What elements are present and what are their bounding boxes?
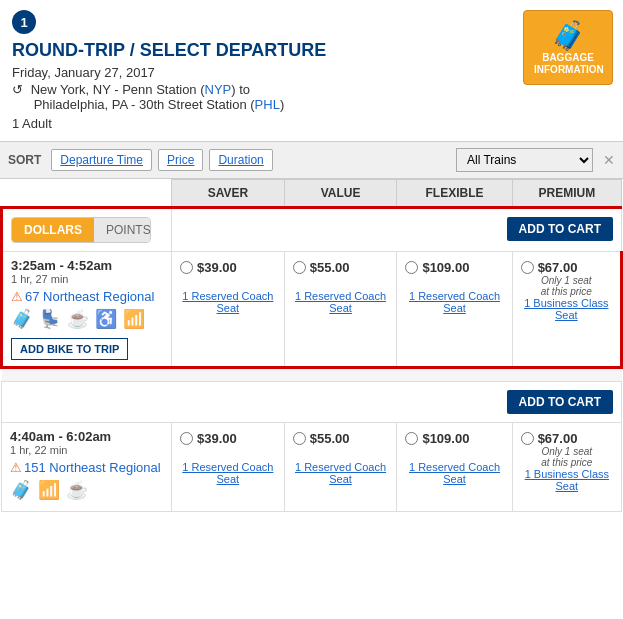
sort-departure-time[interactable]: Departure Time (51, 149, 152, 171)
row-spacer (2, 368, 622, 382)
value-seat-link-2[interactable]: 1 Reserved Coach Seat (293, 461, 389, 485)
saver-price-radio-2[interactable]: $39.00 (180, 431, 276, 446)
train-time-2: 4:40am - 6:02am (10, 429, 163, 444)
train-row-controls-1: DOLLARS POINTS ADD TO CART (2, 208, 622, 252)
flexible-price-radio-2[interactable]: $109.00 (405, 431, 503, 446)
route-to-code-link[interactable]: PHL (255, 97, 280, 112)
flexible-radio-1[interactable] (405, 261, 418, 274)
add-to-cart-button-1[interactable]: ADD TO CART (507, 217, 613, 241)
premium-seat-link-1[interactable]: 1 Business Class Seat (521, 297, 612, 321)
flexible-radio-2[interactable] (405, 432, 418, 445)
train-name-link-2[interactable]: 151 Northeast Regional (24, 460, 161, 475)
value-seat-link-1[interactable]: 1 Reserved Coach Seat (293, 290, 389, 314)
luggage-icon: 🧳 (11, 308, 33, 330)
add-bike-button-1[interactable]: ADD BIKE TO TRIP (11, 338, 128, 360)
trains-table: SAVER VALUE FLEXIBLE PREMIUM DOLLARS POI… (0, 179, 623, 512)
premium-price-1: $67.00 (538, 260, 578, 275)
premium-radio-1[interactable] (521, 261, 534, 274)
seat-icon: 💺 (39, 308, 61, 330)
premium-price-radio-1[interactable]: $67.00 (521, 260, 612, 275)
route-from-code-link[interactable]: NYP (205, 82, 232, 97)
flexible-price-radio-1[interactable]: $109.00 (405, 260, 503, 275)
value-price-2: $55.00 (310, 431, 350, 446)
sort-price[interactable]: Price (158, 149, 203, 171)
fare-header-flexible: FLEXIBLE (397, 180, 512, 208)
fare-header-saver: SAVER (172, 180, 285, 208)
cafe-icon-2: ☕ (66, 479, 88, 501)
wifi-icon: 📶 (123, 308, 145, 330)
flexible-seat-link-1[interactable]: 1 Reserved Coach Seat (405, 290, 503, 314)
baggage-icon: 🧳 (534, 19, 602, 52)
premium-radio-2[interactable] (521, 432, 534, 445)
trip-date: Friday, January 27, 2017 (12, 65, 611, 80)
premium-price-2: $67.00 (538, 431, 578, 446)
route-from: New York, NY (31, 82, 111, 97)
route-from-station: Penn Station (122, 82, 196, 97)
fare-header-value: VALUE (284, 180, 397, 208)
step-indicator: 1 (12, 10, 36, 34)
fare-header-premium: PREMIUM (512, 180, 621, 208)
points-tab[interactable]: POINTS (94, 218, 151, 242)
premium-note-2: Only 1 seatat this price (521, 446, 613, 468)
train-duration-2: 1 hr, 22 min (10, 444, 163, 456)
alert-icon-1: ⚠ (11, 289, 23, 304)
route-to: Philadelphia, PA (34, 97, 128, 112)
amenities-1: 🧳 💺 ☕ ♿ 📶 (11, 308, 163, 330)
sort-duration[interactable]: Duration (209, 149, 272, 171)
saver-price-radio-1[interactable]: $39.00 (180, 260, 276, 275)
train-detail-row-2: 4:40am - 6:02am 1 hr, 22 min ⚠ 151 North… (2, 423, 622, 512)
page-title: ROUND-TRIP / SELECT DEPARTURE (12, 40, 611, 61)
passengers: 1 Adult (12, 116, 611, 131)
route-to-station: 30th Street Station (139, 97, 247, 112)
saver-price-2: $39.00 (197, 431, 237, 446)
saver-seat-link-1[interactable]: 1 Reserved Coach Seat (180, 290, 276, 314)
flexible-seat-link-2[interactable]: 1 Reserved Coach Seat (405, 461, 503, 485)
baggage-label: BAGGAGEINFORMATION (534, 52, 602, 76)
train-time-1: 3:25am - 4:52am (11, 258, 163, 273)
dollars-tab[interactable]: DOLLARS (12, 218, 94, 242)
trip-route: ↺ New York, NY - Penn Station (NYP) to P… (12, 82, 611, 112)
add-to-cart-cell-1: ADD TO CART (172, 208, 622, 252)
value-price-radio-2[interactable]: $55.00 (293, 431, 389, 446)
close-icon[interactable]: ✕ (603, 152, 615, 168)
wifi-icon-2: 📶 (38, 479, 60, 501)
value-radio-1[interactable] (293, 261, 306, 274)
saver-radio-1[interactable] (180, 261, 193, 274)
premium-price-radio-2[interactable]: $67.00 (521, 431, 613, 446)
train-row-controls-2: ADD TO CART (2, 382, 622, 423)
sort-bar: SORT Departure Time Price Duration All T… (0, 141, 623, 179)
trains-filter-select[interactable]: All Trains Northeast Regional Acela Expr… (456, 148, 593, 172)
dollars-points-toggle: DOLLARS POINTS (11, 217, 151, 243)
baggage-info-button[interactable]: 🧳 BAGGAGEINFORMATION (523, 10, 613, 85)
add-to-cart-button-2[interactable]: ADD TO CART (507, 390, 613, 414)
flexible-price-1: $109.00 (422, 260, 469, 275)
sort-label: SORT (8, 153, 41, 167)
saver-price-1: $39.00 (197, 260, 237, 275)
premium-note-1: Only 1 seatat this price (521, 275, 612, 297)
alert-icon-2: ⚠ (10, 460, 22, 475)
value-price-1: $55.00 (310, 260, 350, 275)
value-price-radio-1[interactable]: $55.00 (293, 260, 389, 275)
train-name-link-1[interactable]: 67 Northeast Regional (25, 289, 154, 304)
train-detail-row-1: 3:25am - 4:52am 1 hr, 27 min ⚠ 67 Northe… (2, 252, 622, 368)
train-duration-1: 1 hr, 27 min (11, 273, 163, 285)
accessible-icon: ♿ (95, 308, 117, 330)
saver-radio-2[interactable] (180, 432, 193, 445)
flexible-price-2: $109.00 (422, 431, 469, 446)
value-radio-2[interactable] (293, 432, 306, 445)
luggage-icon-2: 🧳 (10, 479, 32, 501)
saver-seat-link-2[interactable]: 1 Reserved Coach Seat (180, 461, 276, 485)
premium-seat-link-2[interactable]: 1 Business Class Seat (521, 468, 613, 492)
cafe-icon: ☕ (67, 308, 89, 330)
amenities-2: 🧳 📶 ☕ (10, 479, 163, 501)
